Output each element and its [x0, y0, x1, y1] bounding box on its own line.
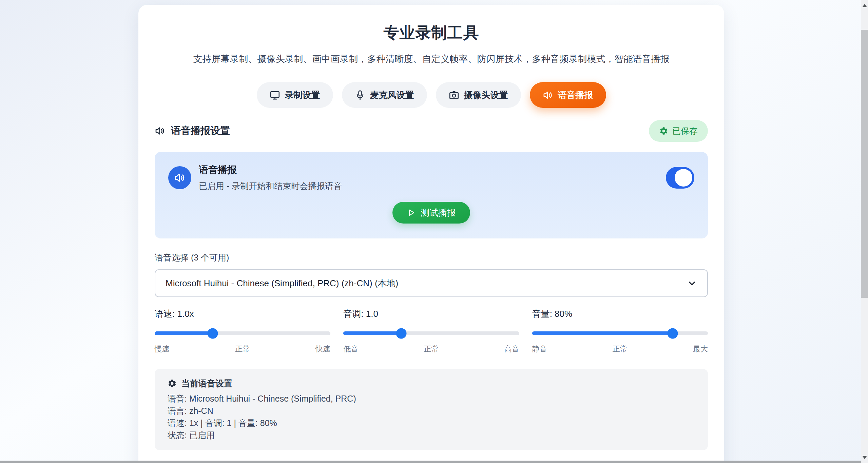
play-icon [407, 208, 416, 217]
settings-panel-header: 当前语音设置 [168, 378, 695, 389]
voice-select[interactable]: Microsoft Huihui - Chinese (Simplified, … [155, 269, 708, 297]
volume-label: 音量: 80% [532, 308, 708, 320]
speaker-icon [174, 172, 186, 184]
sliders-row: 语速: 1.0x 慢速 正常 快速 音调: 1.0 [155, 308, 708, 354]
tab-voice-broadcast[interactable]: 语音播报 [530, 82, 606, 108]
vertical-scrollbar[interactable] [861, 0, 868, 463]
vertical-scrollbar-thumb[interactable] [861, 30, 868, 298]
voice-panel-header: 语音播报 已启用 - 录制开始和结束时会播报语音 [168, 163, 694, 192]
mark-mid: 正常 [424, 344, 439, 354]
tab-label: 麦克风设置 [370, 89, 414, 101]
gear-icon [659, 127, 668, 136]
slider-thumb[interactable] [396, 328, 407, 339]
mark-max: 快速 [315, 344, 330, 354]
volume-slider-group: 音量: 80% 静音 正常 最大 [532, 308, 708, 354]
slider-fill [532, 331, 673, 335]
section-title: 语音播报设置 [155, 124, 230, 138]
speaker-icon [155, 126, 166, 136]
mark-mid: 正常 [613, 344, 628, 354]
setting-status-line: 状态: 已启用 [168, 429, 695, 441]
slider-thumb[interactable] [668, 328, 678, 339]
settings-lines: 语音: Microsoft Huihui - Chinese (Simplifi… [168, 392, 695, 441]
pitch-slider[interactable] [343, 331, 519, 335]
saved-status-badge: 已保存 [649, 120, 708, 142]
card-content: 专业录制工具 支持屏幕录制、摄像头录制、画中画录制，多种清晰度、自定义帧率、防闪… [138, 5, 724, 463]
voice-broadcast-panel: 语音播报 已启用 - 录制开始和结束时会播报语音 测试播报 [155, 152, 708, 238]
section-title-text: 语音播报设置 [171, 124, 230, 138]
page-background: 专业录制工具 支持屏幕录制、摄像头录制、画中画录制，多种清晰度、自定义帧率、防闪… [0, 0, 868, 463]
test-button-label: 测试播报 [421, 207, 456, 219]
toggle-knob [675, 169, 692, 187]
pitch-label: 音调: 1.0 [343, 308, 519, 320]
mark-min: 静音 [532, 344, 547, 354]
voice-settings-section-header: 语音播报设置 已保存 [155, 120, 708, 142]
speech-rate-slider[interactable] [155, 331, 330, 335]
slider-marks: 慢速 正常 快速 [155, 344, 330, 354]
tab-camera-settings[interactable]: 摄像头设置 [436, 82, 521, 108]
current-voice-settings-panel: 当前语音设置 语音: Microsoft Huihui - Chinese (S… [155, 369, 708, 450]
voice-panel-status: 已启用 - 录制开始和结束时会播报语音 [199, 180, 342, 192]
tab-label: 摄像头设置 [464, 89, 508, 101]
voice-select-value: Microsoft Huihui - Chinese (Simplified, … [166, 277, 398, 289]
slider-marks: 低音 正常 高音 [343, 344, 519, 354]
chevron-down-icon [687, 278, 697, 288]
slider-fill [155, 331, 213, 335]
speech-rate-label: 语速: 1.0x [155, 308, 330, 320]
test-broadcast-button[interactable]: 测试播报 [392, 202, 470, 224]
mark-max: 高音 [504, 344, 519, 354]
slider-fill [343, 331, 401, 335]
horizontal-scrollbar-thumb[interactable] [0, 461, 861, 463]
volume-slider[interactable] [532, 331, 708, 335]
mark-mid: 正常 [235, 344, 250, 354]
speech-rate-slider-group: 语速: 1.0x 慢速 正常 快速 [155, 308, 330, 354]
mark-min: 低音 [343, 344, 358, 354]
voice-select-label: 语音选择 (3 个可用) [155, 252, 708, 263]
tab-recording-settings[interactable]: 录制设置 [257, 82, 333, 108]
mark-max: 最大 [693, 344, 708, 354]
mark-min: 慢速 [155, 344, 170, 354]
voice-panel-title: 语音播报 [199, 163, 342, 176]
voice-panel-texts: 语音播报 已启用 - 录制开始和结束时会播报语音 [199, 163, 342, 192]
tab-microphone-settings[interactable]: 麦克风设置 [342, 82, 427, 108]
tab-label: 语音播报 [558, 89, 593, 101]
speaker-icon [543, 90, 553, 100]
recording-tool-card: 专业录制工具 支持屏幕录制、摄像头录制、画中画录制，多种清晰度、自定义帧率、防闪… [138, 5, 724, 463]
setting-language-line: 语言: zh-CN [168, 405, 695, 417]
page-title: 专业录制工具 [155, 22, 708, 43]
scroll-down-arrow-icon[interactable] [862, 456, 867, 459]
pitch-slider-group: 音调: 1.0 低音 正常 高音 [343, 308, 519, 354]
voice-toggle[interactable] [666, 167, 694, 189]
setting-rate-pitch-volume-line: 语速: 1x | 音调: 1 | 音量: 80% [168, 417, 695, 429]
monitor-icon [270, 90, 280, 100]
saved-badge-label: 已保存 [672, 126, 698, 137]
slider-marks: 静音 正常 最大 [532, 344, 708, 354]
speaker-circle-badge [168, 166, 191, 189]
setting-voice-line: 语音: Microsoft Huihui - Chinese (Simplifi… [168, 392, 695, 405]
gear-icon [168, 379, 177, 388]
camera-icon [449, 90, 459, 100]
scroll-up-arrow-icon[interactable] [862, 4, 867, 7]
page-subtitle: 支持屏幕录制、摄像头录制、画中画录制，多种清晰度、自定义帧率、防闪屏技术，多种音… [155, 53, 708, 65]
tab-label: 录制设置 [285, 89, 320, 101]
settings-panel-title: 当前语音设置 [181, 378, 232, 389]
slider-thumb[interactable] [208, 328, 218, 339]
microphone-icon [355, 90, 365, 100]
settings-tabs: 录制设置 麦克风设置 摄像头设置 语音播报 [155, 82, 708, 108]
